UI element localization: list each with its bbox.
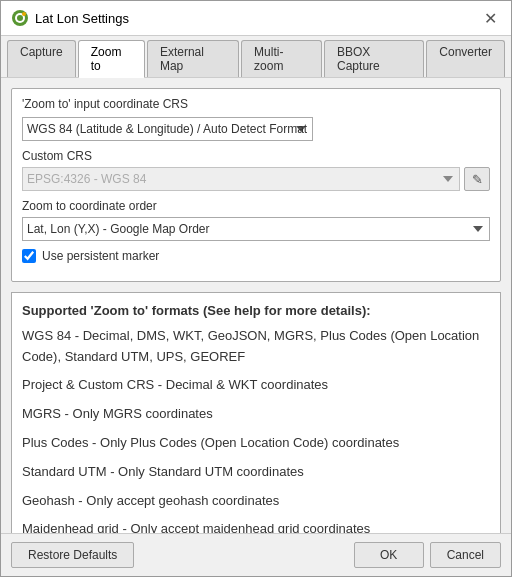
custom-crs-select[interactable]: EPSG:4326 - WGS 84 — [22, 167, 460, 191]
crs-group-box: 'Zoom to' input coordinate CRS WGS 84 (L… — [11, 88, 501, 282]
info-box: Supported 'Zoom to' formats (See help fo… — [11, 292, 501, 533]
svg-point-2 — [17, 15, 23, 21]
cancel-button[interactable]: Cancel — [430, 542, 501, 568]
svg-point-3 — [22, 12, 26, 16]
ok-button[interactable]: OK — [354, 542, 424, 568]
persistent-marker-label: Use persistent marker — [42, 249, 159, 263]
crs-group-label: 'Zoom to' input coordinate CRS — [22, 97, 490, 111]
crs-select[interactable]: WGS 84 (Latitude & Longitude) / Auto Det… — [22, 117, 313, 141]
title-bar: Lat Lon Settings ✕ — [1, 1, 511, 36]
tab-bbox-capture[interactable]: BBOX Capture — [324, 40, 424, 77]
tab-external-map[interactable]: External Map — [147, 40, 239, 77]
dialog: Lat Lon Settings ✕ Capture Zoom to Exter… — [0, 0, 512, 577]
info-title: Supported 'Zoom to' formats (See help fo… — [22, 301, 490, 322]
coord-order-select[interactable]: Lat, Lon (Y,X) - Google Map Order — [22, 217, 490, 241]
tab-capture[interactable]: Capture — [7, 40, 76, 77]
content-area: 'Zoom to' input coordinate CRS WGS 84 (L… — [1, 78, 511, 533]
restore-defaults-button[interactable]: Restore Defaults — [11, 542, 134, 568]
info-line-wgs84: WGS 84 - Decimal, DMS, WKT, GeoJSON, MGR… — [22, 326, 490, 368]
coord-order-label: Zoom to coordinate order — [22, 199, 490, 213]
custom-crs-row: EPSG:4326 - WGS 84 ✎ — [22, 167, 490, 191]
close-button[interactable]: ✕ — [479, 7, 501, 29]
tab-multi-zoom[interactable]: Multi-zoom — [241, 40, 322, 77]
info-line-project: Project & Custom CRS - Decimal & WKT coo… — [22, 375, 490, 396]
persistent-marker-checkbox[interactable] — [22, 249, 36, 263]
tab-converter[interactable]: Converter — [426, 40, 505, 77]
tab-zoom-to[interactable]: Zoom to — [78, 40, 145, 78]
info-line-utm: Standard UTM - Only Standard UTM coordin… — [22, 462, 490, 483]
edit-icon: ✎ — [472, 172, 483, 187]
window-title: Lat Lon Settings — [35, 11, 129, 26]
info-line-geohash: Geohash - Only accept geohash coordinate… — [22, 491, 490, 512]
info-line-maidenhead: Maidenhead grid - Only accept maidenhead… — [22, 519, 490, 533]
persistent-marker-row: Use persistent marker — [22, 249, 490, 263]
tab-bar: Capture Zoom to External Map Multi-zoom … — [1, 36, 511, 78]
info-line-mgrs: MGRS - Only MGRS coordinates — [22, 404, 490, 425]
info-line-plus-codes: Plus Codes - Only Plus Codes (Open Locat… — [22, 433, 490, 454]
custom-crs-label: Custom CRS — [22, 149, 490, 163]
app-icon — [11, 9, 29, 27]
edit-crs-button[interactable]: ✎ — [464, 167, 490, 191]
button-bar: Restore Defaults OK Cancel — [1, 533, 511, 576]
